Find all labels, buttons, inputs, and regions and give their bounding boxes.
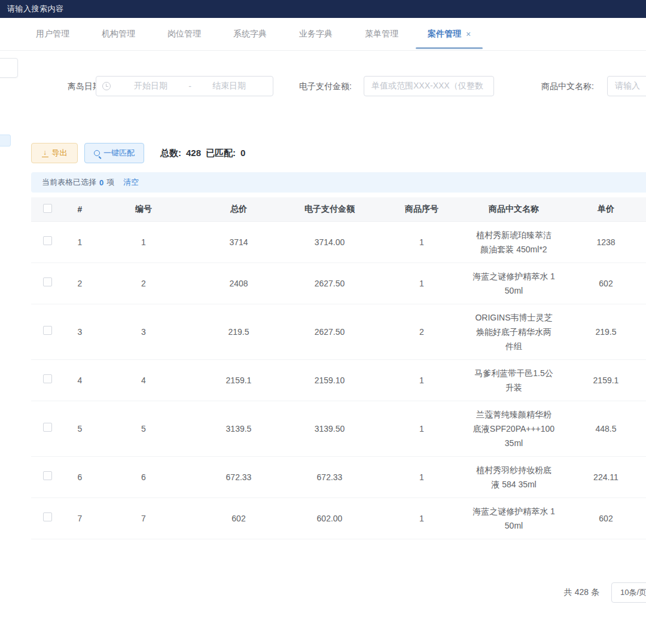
table-row: 1 1 3714 3714.00 1 植村秀新琥珀臻萃洁颜油套装 450ml*2…: [31, 221, 646, 263]
tab-label: 业务字典: [299, 29, 333, 39]
tab-label: 机构管理: [102, 29, 135, 39]
cell-item-no: 1: [373, 498, 470, 539]
tab-案件管理[interactable]: 案件管理×: [415, 18, 484, 51]
cell-index: 3: [64, 304, 96, 359]
tab-岗位管理[interactable]: 岗位管理: [151, 18, 217, 51]
column-header: 编号: [96, 197, 191, 221]
matched-value: 0: [240, 148, 245, 159]
column-header: 商品序号: [373, 197, 470, 221]
table-row: 5 5 3139.5 3139.50 1 兰蔻菁纯臻颜精华粉底液SPF20PA+…: [31, 401, 646, 456]
column-header: 电子支付金额: [286, 197, 373, 221]
tab-label: 岗位管理: [167, 29, 201, 39]
cell-unit-price: 224.11: [557, 456, 646, 498]
clear-selection-link[interactable]: 清空: [123, 177, 139, 188]
export-button[interactable]: ↓ 导出: [31, 143, 78, 163]
row-select-cell: [31, 221, 64, 263]
cell-epay: 2159.10: [286, 359, 373, 401]
cell-unit-price: 448.5: [557, 401, 646, 456]
tab-label: 系统字典: [233, 29, 267, 39]
page-size-select[interactable]: 10条/页: [611, 582, 646, 603]
row-checkbox[interactable]: [43, 236, 52, 245]
cell-code: 5: [96, 401, 191, 456]
row-select-cell: [31, 359, 64, 401]
match-stats: 总数:428 已匹配:0: [160, 148, 245, 159]
global-search-input[interactable]: 请输入搜索内容: [7, 4, 64, 14]
cell-name: 植村秀新琥珀臻萃洁颜油套装 450ml*2: [470, 221, 557, 263]
cell-code: 7: [96, 498, 191, 539]
row-select-cell: [31, 401, 64, 456]
tab-close-icon[interactable]: ×: [466, 29, 471, 39]
table-row: 4 4 2159.1 2159.10 1 马爹利蓝带干邑1.5公升装 2159.…: [31, 359, 646, 401]
row-checkbox[interactable]: [43, 277, 52, 286]
cell-index: 7: [64, 498, 96, 539]
cell-item-no: 2: [373, 304, 470, 359]
row-checkbox[interactable]: [43, 326, 52, 335]
selection-bar: 当前表格已选择 0 项 清空: [31, 172, 646, 193]
column-header: 单价: [557, 197, 646, 221]
cell-code: 2: [96, 263, 191, 304]
tab-bar: 用户管理机构管理岗位管理系统字典业务字典菜单管理案件管理×: [0, 18, 646, 51]
selection-count: 0: [99, 178, 103, 187]
partial-button-fragment: [0, 135, 11, 146]
tab-菜单管理[interactable]: 菜单管理: [349, 18, 415, 51]
cell-index: 4: [64, 359, 96, 401]
cell-epay: 672.33: [286, 456, 373, 498]
download-icon: ↓: [42, 149, 48, 157]
cell-total: 219.5: [191, 304, 286, 359]
cell-name: 卡诗菁纯亮泽经典香氛: [470, 539, 557, 541]
table-row: 6 6 672.33 672.33 1 植村秀羽纱持妆粉底液 584 35ml …: [31, 456, 646, 498]
one-click-match-button[interactable]: 一键匹配: [84, 143, 144, 163]
tab-label: 案件管理: [428, 29, 461, 39]
tab-系统字典[interactable]: 系统字典: [217, 18, 283, 51]
match-button-label: 一键匹配: [103, 148, 135, 158]
cell-unit-price: 602: [557, 498, 646, 539]
amount-filter-label: 电子支付金额:: [299, 81, 352, 92]
collapsed-panel-fragment: [0, 58, 18, 78]
cell-item-no: 1: [373, 359, 470, 401]
cell-unit-price: 120.35: [557, 539, 646, 541]
cell-total: 2159.1: [191, 359, 286, 401]
select-all-checkbox[interactable]: [43, 204, 52, 213]
cell-index: 5: [64, 401, 96, 456]
tab-label: 菜单管理: [365, 29, 398, 39]
table-row: 8 8 1203.47 1203.47 1 卡诗菁纯亮泽经典香氛 120.35: [31, 539, 646, 541]
date-range-picker[interactable]: 开始日期 - 结束日期: [96, 76, 273, 96]
export-button-label: 导出: [52, 148, 68, 158]
tab-机构管理[interactable]: 机构管理: [86, 18, 151, 51]
column-header: #: [64, 197, 96, 221]
row-select-cell: [31, 304, 64, 359]
cell-index: 1: [64, 221, 96, 263]
total-label: 总数:: [160, 148, 181, 159]
select-all-header: [31, 197, 64, 221]
row-checkbox[interactable]: [43, 374, 52, 383]
tab-业务字典[interactable]: 业务字典: [283, 18, 349, 51]
amount-input[interactable]: 单值或范围XXX-XXX（仅整数: [364, 76, 494, 96]
table-header-row: #编号总价电子支付金额商品序号商品中文名称单价: [31, 197, 646, 221]
cell-unit-price: 602: [557, 263, 646, 304]
table-row: 3 3 219.5 2627.50 2 ORIGINS韦博士灵芝焕能好底子精华水…: [31, 304, 646, 359]
row-checkbox[interactable]: [43, 512, 52, 521]
page-size-value: 10条/页: [620, 587, 646, 598]
date-start-placeholder[interactable]: 开始日期: [113, 81, 188, 91]
table-body: 1 1 3714 3714.00 1 植村秀新琥珀臻萃洁颜油套装 450ml*2…: [31, 221, 646, 541]
cell-item-no: 1: [373, 401, 470, 456]
cell-unit-price: 2159.1: [557, 359, 646, 401]
column-header: 商品中文名称: [470, 197, 557, 221]
row-select-cell: [31, 539, 64, 541]
cell-name: 海蓝之谜修护精萃水 150ml: [470, 498, 557, 539]
cell-index: 6: [64, 456, 96, 498]
selection-prefix: 当前表格已选择: [42, 177, 96, 188]
cell-code: 8: [96, 539, 191, 541]
row-checkbox[interactable]: [43, 471, 52, 480]
date-end-placeholder[interactable]: 结束日期: [191, 81, 267, 91]
amount-placeholder: 单值或范围XXX-XXX（仅整数: [371, 81, 483, 91]
tab-用户管理[interactable]: 用户管理: [20, 18, 86, 51]
cell-total: 1203.47: [191, 539, 286, 541]
cell-total: 2408: [191, 263, 286, 304]
tab-label: 用户管理: [36, 29, 69, 39]
row-checkbox[interactable]: [43, 423, 52, 432]
top-navbar: 请输入搜索内容: [0, 0, 646, 18]
table-row: 7 7 602 602.00 1 海蓝之谜修护精萃水 150ml 602: [31, 498, 646, 539]
product-name-input[interactable]: 请输入: [607, 76, 646, 96]
cell-name: 植村秀羽纱持妆粉底液 584 35ml: [470, 456, 557, 498]
